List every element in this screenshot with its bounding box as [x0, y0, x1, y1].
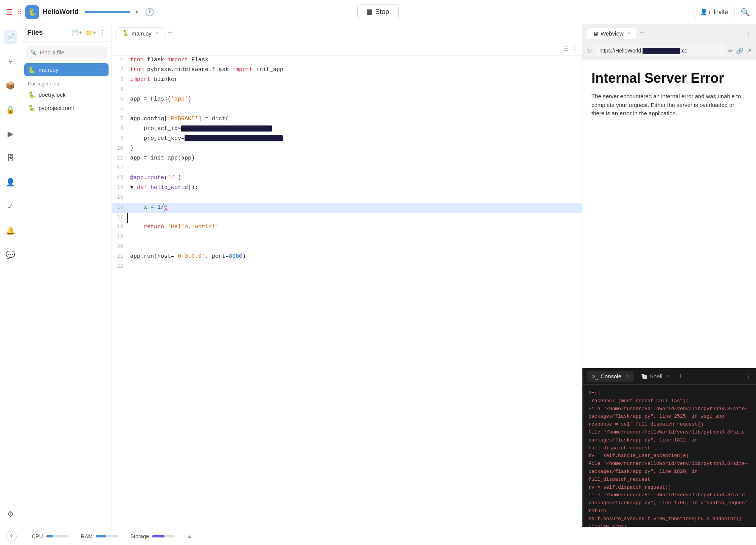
code-line-21: 21 app.run(host='0.0.0.0', port=8080)	[112, 252, 582, 262]
new-folder-icon[interactable]: 📁+	[85, 29, 96, 36]
editor-more-icon[interactable]: ⋮	[571, 45, 577, 53]
console-tab-shell[interactable]: 🐚 Shell ✕	[636, 371, 675, 382]
sidebar-item-settings[interactable]: ⚙	[4, 507, 17, 521]
file-panel-header: Files 📄+ 📁+ ⋮	[21, 24, 112, 42]
file-item-main-py[interactable]: 🐍 main.py ⋯	[24, 63, 109, 76]
file-search-input[interactable]	[40, 49, 112, 56]
sidebar-item-files[interactable]: 📄	[4, 30, 17, 44]
more-options-icon[interactable]: ⋮	[99, 29, 106, 36]
open-external-icon[interactable]: ↗	[747, 47, 751, 54]
history-icon[interactable]: 🕐	[145, 8, 154, 17]
monitor-icon: 🖥	[593, 30, 598, 37]
sidebar-item-run[interactable]: ▶	[4, 127, 17, 141]
code-line-9: 9 project_key=	[112, 135, 582, 144]
console-tab-console[interactable]: >_ Console ✕	[587, 371, 634, 382]
ram-bar-fill	[96, 535, 106, 537]
refresh-icon[interactable]: ↻	[587, 47, 592, 54]
topbar-center: Stop	[256, 5, 501, 19]
file-item-name: main.py	[39, 67, 96, 73]
sidebar-item-database[interactable]: 🗄	[4, 151, 17, 165]
code-line-6: 6	[112, 105, 582, 115]
webview-tab[interactable]: 🖥 Webview ✕	[587, 28, 637, 39]
python-file-icon: 🐍	[28, 66, 36, 73]
topbar-left: ☰ ⠿ 🐍 HelloWorld ▾ 🕐	[6, 5, 251, 19]
webview-tab-close[interactable]: ✕	[627, 31, 631, 36]
error-desc: The server encountered an internal error…	[591, 92, 747, 118]
file-item-more-icon[interactable]: ⋯	[99, 66, 105, 73]
packager-files-label: Packager files	[24, 76, 109, 88]
code-line-18: 18 return 'Hello, World!'	[112, 223, 582, 233]
app-chevron-icon[interactable]: ▾	[135, 9, 138, 15]
console-line: File "/home/runner/HelloWorld/venv/lib/p…	[588, 429, 750, 452]
chevron-up-icon[interactable]: ▲	[187, 533, 192, 539]
grid-icon[interactable]: ⠿	[17, 8, 22, 16]
help-icon[interactable]: ?	[6, 531, 17, 542]
ram-status: RAM	[81, 533, 118, 539]
file-item-pyproject-toml[interactable]: 🐍 pyproject.toml	[24, 101, 109, 115]
webview-tabs: 🖥 Webview ✕ + ⋮	[582, 24, 756, 42]
console-output[interactable]: GET] Traceback (most recent call last): …	[582, 385, 756, 527]
sidebar-item-packages[interactable]: 📦	[4, 79, 17, 92]
invite-label: Invite	[714, 9, 728, 15]
code-editor[interactable]: 1 from flask import Flask 2 from pybrake…	[112, 56, 582, 527]
shell-tab-label: Shell	[650, 373, 662, 379]
sidebar-item-account[interactable]: 👤	[4, 175, 17, 189]
code-line-16: 16 x = 1/0	[112, 203, 582, 213]
app-name: HelloWorld	[43, 8, 79, 16]
code-line-2: 2 from pybrake.middleware.flask import i…	[112, 66, 582, 76]
storage-bar-fill	[152, 535, 165, 537]
console-more-icon[interactable]: ⋮	[745, 373, 751, 380]
new-file-icon[interactable]: 📄+	[71, 29, 82, 36]
hamburger-icon[interactable]: ☰	[6, 8, 13, 17]
tab-close-icon[interactable]: ✕	[155, 31, 159, 36]
console-line: File "/home/runner/HelloWorld/venv/lib/p…	[588, 460, 750, 483]
status-bar: ? CPU RAM Storage ▲	[0, 527, 756, 545]
user-plus-icon: 👤+	[700, 8, 711, 15]
file-search-box[interactable]: 🔍	[26, 46, 107, 59]
sidebar-item-git[interactable]: ⑂	[4, 54, 17, 68]
file-item-name-lock: poetry.lock	[39, 91, 105, 98]
webview-tab-label: Webview	[601, 30, 624, 37]
code-line-5: 5 app = Flask('app')	[112, 95, 582, 105]
file-item-name-toml: pyproject.toml	[39, 105, 105, 111]
stop-label: Stop	[375, 8, 389, 16]
cpu-status: CPU	[32, 533, 69, 539]
invite-button[interactable]: 👤+ Invite	[694, 6, 734, 18]
code-line-4: 4	[112, 85, 582, 95]
sidebar-item-tests[interactable]: ✓	[4, 200, 17, 213]
search-icon[interactable]: 🔍	[740, 8, 750, 17]
console-tab-add[interactable]: +	[678, 372, 683, 381]
sidebar-icons: 📄 ⑂ 📦 🔒 ▶ 🗄 👤 ✓ 🔔 💬 ⚙	[0, 24, 21, 527]
right-panel: 🖥 Webview ✕ + ⋮ ↻ https://HelloWorld..co…	[582, 24, 756, 527]
link-icon[interactable]: 🔗	[736, 47, 744, 54]
cpu-bar-track	[46, 535, 69, 537]
search-box-icon: 🔍	[30, 50, 37, 56]
url-bar[interactable]: https://HelloWorld..co	[595, 45, 725, 56]
url-text: https://HelloWorld..co	[599, 48, 720, 54]
console-line: rv = self.dispatch_request()	[588, 484, 750, 492]
code-line-1: 1 from flask import Flask	[112, 56, 582, 66]
shell-tab-close[interactable]: ✕	[666, 374, 670, 379]
sidebar-item-secrets[interactable]: 🔒	[4, 103, 17, 116]
code-line-3: 3 import blinker	[112, 76, 582, 85]
sidebar-item-notifications[interactable]: 🔔	[4, 224, 17, 237]
code-line-10: 10 )	[112, 144, 582, 154]
stop-button[interactable]: Stop	[357, 5, 399, 19]
webview-more-icon[interactable]: ⋮	[745, 29, 751, 37]
code-line-8: 8 project_id=	[112, 125, 582, 135]
sidebar-item-comments[interactable]: 💬	[4, 248, 17, 262]
edit-url-icon[interactable]: ✏	[728, 47, 733, 54]
ram-label: RAM	[81, 533, 93, 539]
cpu-bar-fill	[46, 535, 53, 537]
topbar-right: 👤+ Invite 🔍	[505, 6, 750, 18]
editor-tab-main-py[interactable]: 🐍 main.py ✕	[116, 27, 165, 39]
webview-tab-add[interactable]: +	[640, 29, 644, 37]
code-line-22: 22	[112, 262, 582, 272]
file-list: 🐍 main.py ⋯ Packager files 🐍 poetry.lock…	[21, 63, 112, 115]
editor-menu-icon[interactable]: ☰	[563, 45, 568, 53]
shell-icon: 🐚	[641, 373, 647, 379]
console-tab-close[interactable]: ✕	[625, 374, 629, 379]
tab-add-icon[interactable]: +	[168, 29, 172, 37]
file-item-poetry-lock[interactable]: 🐍 poetry.lock	[24, 88, 109, 101]
editor-area: 🐍 main.py ✕ + ☰ ⋮ 1 from flask import Fl…	[112, 24, 582, 527]
